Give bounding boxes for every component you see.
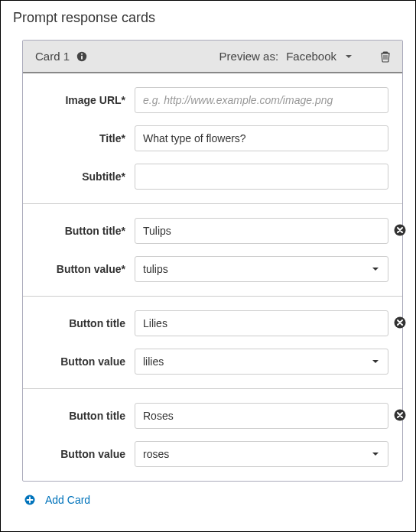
add-card-button[interactable]: Add Card bbox=[24, 494, 90, 506]
add-card-label: Add Card bbox=[45, 494, 90, 506]
info-icon[interactable] bbox=[76, 50, 88, 63]
button-value-select[interactable]: tulips bbox=[135, 256, 388, 282]
page-title: Prompt response cards bbox=[13, 10, 403, 26]
button-value-text: lilies bbox=[143, 355, 164, 368]
svg-rect-2 bbox=[81, 55, 83, 59]
button-value-row: Button value roses bbox=[37, 441, 388, 467]
subtitle-row: Subtitle* bbox=[37, 164, 388, 190]
button-title-row: Button title bbox=[37, 403, 388, 429]
remove-button-icon[interactable] bbox=[393, 316, 407, 329]
button-title-row: Button title bbox=[37, 310, 388, 336]
preview-as-label: Preview as: bbox=[219, 50, 279, 63]
remove-button-icon[interactable] bbox=[393, 408, 407, 422]
button-value-label: Button value* bbox=[37, 263, 135, 275]
image-url-input[interactable] bbox=[135, 87, 388, 113]
button-title-label: Button title* bbox=[37, 225, 135, 237]
button-value-text: roses bbox=[143, 448, 169, 460]
title-label: Title* bbox=[37, 132, 135, 144]
caret-down-icon bbox=[371, 449, 380, 459]
button-section-0: Button title* Button value* tulips bbox=[23, 203, 402, 296]
button-value-row: Button value lilies bbox=[37, 349, 388, 375]
card: Card 1 Preview as: Facebook Image URL* T… bbox=[22, 40, 403, 482]
plus-circle-icon bbox=[24, 494, 36, 506]
button-value-select[interactable]: roses bbox=[135, 441, 388, 467]
button-title-input[interactable] bbox=[135, 218, 388, 244]
remove-button-icon[interactable] bbox=[393, 223, 407, 237]
trash-icon[interactable] bbox=[379, 50, 392, 63]
button-title-input[interactable] bbox=[135, 310, 388, 336]
button-section-2: Button title Button value roses bbox=[23, 388, 402, 481]
caret-down-icon bbox=[371, 357, 380, 366]
button-section-1: Button title Button value lilies bbox=[23, 296, 402, 388]
preview-as-value: Facebook bbox=[286, 50, 336, 63]
image-url-label: Image URL* bbox=[37, 94, 135, 106]
caret-down-icon bbox=[344, 52, 353, 61]
button-title-label: Button title bbox=[37, 317, 135, 329]
button-value-text: tulips bbox=[143, 263, 168, 275]
subtitle-label: Subtitle* bbox=[37, 170, 135, 183]
button-title-label: Button title bbox=[37, 410, 135, 422]
preview-as-select[interactable]: Facebook bbox=[283, 48, 356, 64]
image-url-row: Image URL* bbox=[37, 87, 388, 113]
card-header: Card 1 Preview as: Facebook bbox=[23, 41, 402, 73]
button-value-label: Button value bbox=[37, 355, 135, 368]
card-fields-section: Image URL* Title* Subtitle* bbox=[23, 73, 402, 203]
title-input[interactable] bbox=[135, 125, 388, 151]
title-row: Title* bbox=[37, 125, 388, 151]
svg-point-1 bbox=[81, 53, 83, 54]
button-title-input[interactable] bbox=[135, 403, 388, 429]
button-value-row: Button value* tulips bbox=[37, 256, 388, 282]
button-value-label: Button value bbox=[37, 448, 135, 460]
card-label: Card 1 bbox=[35, 50, 70, 63]
button-title-row: Button title* bbox=[37, 218, 388, 244]
subtitle-input[interactable] bbox=[135, 164, 388, 190]
button-value-select[interactable]: lilies bbox=[135, 349, 388, 375]
caret-down-icon bbox=[371, 264, 380, 274]
